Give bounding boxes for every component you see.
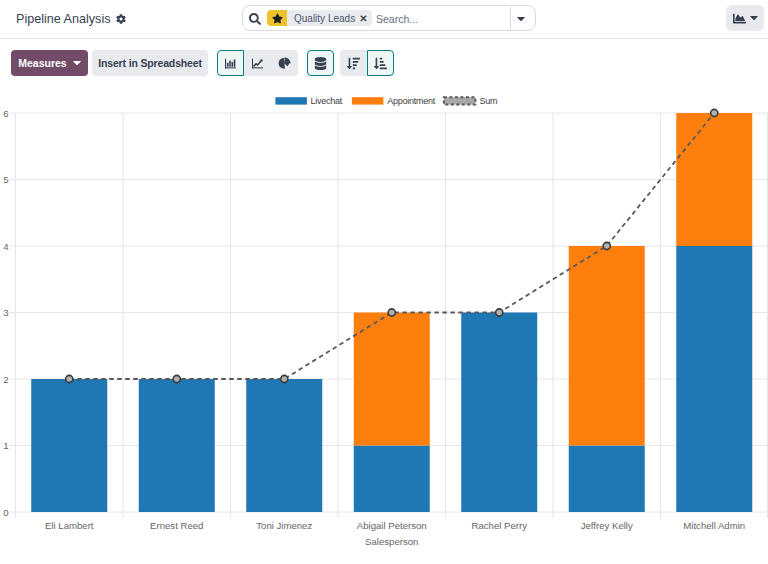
svg-text:Toni Jimenez: Toni Jimenez (256, 520, 312, 531)
svg-text:1: 1 (3, 440, 8, 451)
svg-text:Appointment: Appointment (387, 96, 436, 106)
svg-text:Rachel Perry: Rachel Perry (472, 520, 528, 531)
svg-text:Livechat: Livechat (311, 96, 343, 106)
svg-text:Jeffrey Kelly: Jeffrey Kelly (581, 520, 633, 531)
svg-text:5: 5 (3, 174, 8, 185)
svg-text:Abigail Peterson: Abigail Peterson (357, 520, 427, 531)
svg-text:3: 3 (3, 307, 8, 318)
svg-text:Eli Lambert: Eli Lambert (45, 520, 94, 531)
svg-text:0: 0 (3, 507, 8, 518)
svg-text:4: 4 (3, 241, 9, 252)
svg-text:Sum: Sum (480, 96, 498, 106)
svg-text:Salesperson: Salesperson (365, 536, 418, 547)
svg-text:Mitchell Admin: Mitchell Admin (683, 520, 745, 531)
svg-text:Ernest Reed: Ernest Reed (150, 520, 203, 531)
svg-text:6: 6 (3, 108, 8, 119)
svg-text:2: 2 (3, 374, 8, 385)
